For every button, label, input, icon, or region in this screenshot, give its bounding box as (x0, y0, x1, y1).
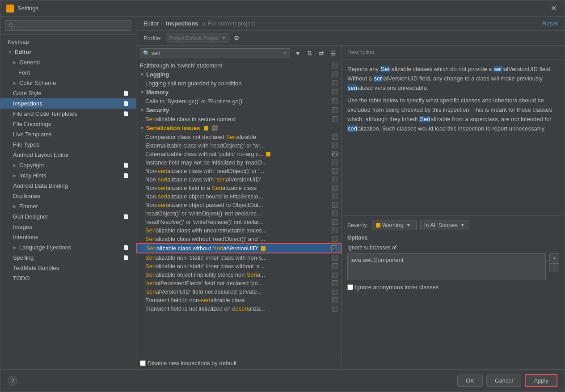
item-checkbox[interactable] (332, 306, 338, 312)
disable-new-inspections-label[interactable]: Disable new inspections by default (140, 360, 236, 367)
item-checkbox[interactable] (332, 228, 338, 233)
sidebar-item-code-style[interactable]: Code Style 📄 (0, 88, 136, 98)
item-checkbox[interactable] (332, 272, 338, 278)
inspection-item-serial-version-field[interactable]: 'serialVersionUID' field not declared 'p… (136, 287, 342, 296)
remove-subclass-button[interactable]: − (549, 263, 559, 272)
group-checkbox[interactable]: – (212, 125, 218, 131)
inspection-item-fallthrough[interactable]: Fallthrough in 'switch' statement (136, 61, 342, 70)
sidebar-item-inspections[interactable]: Inspections 📄 (0, 98, 136, 109)
ok-button[interactable]: OK (457, 375, 483, 387)
item-checkbox[interactable]: ✓ (332, 151, 338, 157)
inspection-item-serial-implicit[interactable]: Serializable object implicitly stores no… (136, 270, 342, 279)
item-checkbox[interactable] (332, 168, 338, 174)
sidebar-item-file-types[interactable]: File Types (0, 139, 136, 150)
close-button[interactable]: ✕ (548, 3, 559, 13)
sidebar-item-file-code-templates[interactable]: File and Code Templates 📄 (0, 109, 136, 119)
item-checkbox[interactable] (332, 116, 338, 122)
item-checkbox[interactable] (332, 63, 338, 68)
inspection-item-serial-unconstructable[interactable]: Serializable class with unconstructable … (136, 226, 342, 235)
sidebar-item-copyright[interactable]: ▶ Copyright 📄 (0, 160, 136, 170)
sidebar-item-todo[interactable]: TODO (0, 273, 136, 283)
sidebar-item-keymap[interactable]: Keymap (0, 37, 136, 47)
inspection-item-system-gc[interactable]: Calls to 'System.gc()' or 'Runtime.gc()' (136, 97, 342, 105)
item-checkbox[interactable] (332, 236, 338, 242)
group-checkbox[interactable] (332, 107, 338, 113)
inspection-item-externalizable2[interactable]: Externalizable class without 'public' no… (136, 150, 342, 158)
inspection-item-serial-nonstatic-inner2[interactable]: Serializable non-'static' inner class wi… (136, 262, 342, 270)
sidebar-item-android-data-binding[interactable]: Android Data Binding (0, 181, 136, 191)
inspection-item-readobj-write[interactable]: 'readObject()' or 'writeObject()' not de… (136, 209, 342, 218)
sidebar-item-android-layout-editor[interactable]: Android Layout Editor (0, 150, 136, 160)
item-checkbox[interactable] (332, 211, 338, 216)
sidebar-item-intentions[interactable]: Intentions (0, 232, 136, 242)
item-checkbox[interactable] (332, 263, 338, 269)
apply-button[interactable]: Apply (525, 374, 557, 387)
help-button[interactable]: ? (8, 376, 17, 386)
sidebar-item-language-injections[interactable]: ▶ Language Injections 📄 (0, 242, 136, 253)
inspection-item-non-serial-version[interactable]: Non-serializable class with 'serialVersi… (136, 175, 342, 184)
item-checkbox[interactable] (332, 160, 338, 165)
sidebar-item-duplicates[interactable]: Duplicates (0, 191, 136, 201)
inspection-item-serial-without-readobj[interactable]: Serializable class without 'readObject()… (136, 235, 342, 243)
severity-select[interactable]: Warning ▼ (372, 220, 417, 230)
item-checkbox[interactable] (332, 80, 338, 86)
filter-button[interactable]: ▼ (293, 49, 303, 58)
ignore-anon-label[interactable]: Ignore anonymous inner classes (347, 284, 439, 291)
group-checkbox[interactable] (332, 89, 338, 95)
inspection-item-serial-persistent[interactable]: 'serialPersistentFields' field not decla… (136, 279, 342, 287)
group-checkbox[interactable] (332, 72, 338, 77)
sidebar-item-font[interactable]: Font (0, 67, 136, 78)
sidebar-item-file-encodings[interactable]: File Encodings (0, 119, 136, 129)
item-checkbox[interactable] (332, 202, 338, 208)
sidebar-search-input[interactable] (5, 20, 131, 31)
sidebar-item-gui-designer[interactable]: GUI Designer 📄 (0, 211, 136, 222)
sidebar-item-spelling[interactable]: Spelling 📄 (0, 253, 136, 263)
sidebar-item-general[interactable]: ▶ General (0, 57, 136, 67)
clear-icon[interactable]: ✕ (282, 50, 287, 56)
item-checkbox[interactable] (332, 98, 338, 104)
sidebar-item-live-templates[interactable]: Live Templates (0, 129, 136, 139)
item-checkbox[interactable] (332, 143, 338, 148)
item-checkbox[interactable] (332, 289, 338, 295)
inspection-group-serialization[interactable]: ▼ Serialization issues – (136, 123, 342, 133)
item-checkbox[interactable] (332, 185, 338, 191)
item-checkbox[interactable] (332, 255, 338, 261)
inspection-item-non-serial-httpsess[interactable]: Non-serializable object bound to HttpSes… (136, 192, 342, 201)
item-checkbox[interactable] (332, 280, 338, 286)
scope-select[interactable]: In All Scopes ▼ (420, 220, 469, 230)
ignore-anon-checkbox[interactable] (347, 284, 353, 290)
profile-select[interactable]: Project Default Project ▼ (166, 34, 229, 42)
inspection-group-memory[interactable]: ▼ Memory (136, 88, 342, 97)
collapse-all-button[interactable]: ⇄ (317, 49, 326, 58)
group-by-button[interactable]: ☰ (329, 49, 338, 58)
item-checkbox[interactable] (332, 177, 338, 182)
inspection-item-non-serial-field[interactable]: Non-serializable field in a Serializable… (136, 184, 342, 192)
sidebar-item-emmet[interactable]: ▶ Emmet (0, 201, 136, 211)
inspection-item-transient-init[interactable]: Transient field is not initialized on de… (136, 304, 342, 313)
inspection-item-transient-nonserial[interactable]: Transient field in non-serializable clas… (136, 296, 342, 304)
inspection-item-non-serial-objectout[interactable]: Non-serializable object passed to Object… (136, 201, 342, 209)
inspection-group-security[interactable]: ▼ Security (136, 105, 342, 115)
sidebar-item-textmate-bundles[interactable]: TextMate Bundles (0, 263, 136, 273)
inspection-item-serial-without-version[interactable]: Serializable class without 'serialVersio… (136, 243, 342, 253)
expand-all-button[interactable]: ⇅ (305, 49, 314, 58)
gear-icon[interactable]: ⚙ (234, 34, 240, 42)
item-checkbox[interactable] (332, 134, 338, 140)
inspection-item-comparator[interactable]: Comparator class not declared Serializab… (136, 133, 342, 141)
disable-new-inspections-checkbox[interactable] (140, 360, 146, 366)
sidebar-item-inlay-hints[interactable]: ▶ Inlay Hints 📄 (0, 170, 136, 181)
cancel-button[interactable]: Cancel (486, 375, 521, 387)
inspection-item-non-serial-readobj[interactable]: Non-serializable class with 'readObject(… (136, 167, 342, 175)
reset-button[interactable]: Reset (542, 20, 557, 27)
item-checkbox[interactable]: ✓ (331, 245, 337, 251)
inspection-item-logging-call[interactable]: Logging call not guarded by condition (136, 79, 342, 88)
add-subclass-button[interactable]: + (549, 253, 559, 262)
inspection-item-instance-field[interactable]: Instance field may not be initialized by… (136, 158, 342, 167)
inspection-group-logging[interactable]: ▼ Logging (136, 70, 342, 79)
sidebar-item-color-scheme[interactable]: ▶ Color Scheme (0, 78, 136, 88)
item-checkbox[interactable] (332, 219, 338, 225)
inspection-item-serial-secure[interactable]: Serializable class in secure context (136, 115, 342, 123)
filter-input[interactable] (152, 50, 282, 56)
sidebar-item-editor[interactable]: ▼ Editor (0, 47, 136, 57)
inspection-item-serial-nonstatic-inner[interactable]: Serializable non-'static' inner class wi… (136, 253, 342, 262)
